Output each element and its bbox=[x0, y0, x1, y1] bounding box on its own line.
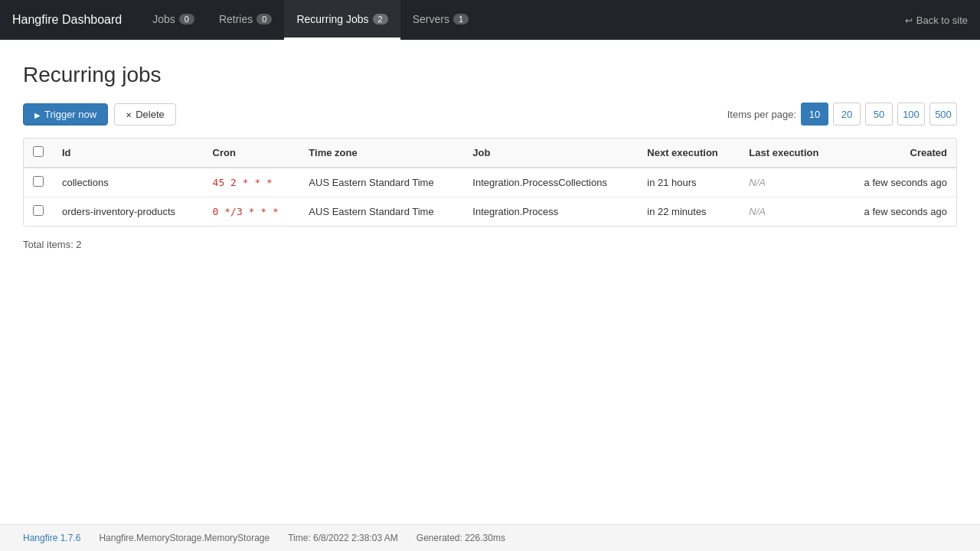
back-to-site-link[interactable]: Back to site bbox=[905, 15, 968, 26]
trigger-icon bbox=[34, 109, 41, 120]
page-size-20[interactable]: 20 bbox=[833, 103, 861, 126]
row1-checkbox[interactable] bbox=[33, 176, 44, 187]
toolbar-left: Trigger now Delete bbox=[23, 103, 176, 126]
jobs-table: Id Cron Time zone Job Next execution Las… bbox=[24, 139, 956, 226]
nav-label-servers: Servers bbox=[413, 13, 449, 25]
table-body: collections 45 2 * * * AUS Eastern Stand… bbox=[24, 168, 956, 226]
row2-id: orders-inventory-products bbox=[53, 197, 204, 227]
table-head: Id Cron Time zone Job Next execution Las… bbox=[24, 139, 956, 168]
jobs-table-container: Id Cron Time zone Job Next execution Las… bbox=[23, 138, 957, 227]
page-size-500[interactable]: 500 bbox=[929, 103, 957, 126]
page-size-10[interactable]: 10 bbox=[801, 103, 828, 126]
nav-label-jobs: Jobs bbox=[152, 13, 175, 25]
row1-last-execution-text: N/A bbox=[749, 177, 766, 188]
delete-icon bbox=[126, 109, 132, 120]
nav-item-jobs[interactable]: Jobs 0 bbox=[140, 0, 207, 40]
delete-label: Delete bbox=[136, 109, 165, 120]
row2-timezone: AUS Eastern Standard Time bbox=[299, 197, 463, 227]
row1-id: collections bbox=[53, 168, 204, 197]
table-row: collections 45 2 * * * AUS Eastern Stand… bbox=[24, 168, 956, 197]
navbar-brand[interactable]: Hangfire Dashboard bbox=[12, 13, 122, 27]
col-id: Id bbox=[53, 139, 204, 168]
col-timezone: Time zone bbox=[299, 139, 463, 168]
row1-cron-text: 45 2 * * * bbox=[213, 177, 273, 188]
table-header-row: Id Cron Time zone Job Next execution Las… bbox=[24, 139, 956, 168]
items-per-page-label: Items per page: bbox=[727, 109, 796, 120]
nav-label-recurring-jobs: Recurring Jobs bbox=[296, 13, 368, 25]
row2-last-execution: N/A bbox=[740, 197, 840, 227]
col-last-execution: Last execution bbox=[740, 139, 840, 168]
nav-badge-recurring-jobs: 2 bbox=[373, 14, 388, 24]
row2-created: a few seconds ago bbox=[841, 197, 956, 227]
col-cron: Cron bbox=[204, 139, 300, 168]
navbar: Hangfire Dashboard Jobs 0 Retries 0 Recu… bbox=[0, 0, 980, 40]
footer-generated: Generated: 226.30ms bbox=[416, 533, 505, 543]
main-content: Recurring jobs Trigger now Delete Items … bbox=[0, 40, 980, 524]
delete-button[interactable]: Delete bbox=[114, 103, 176, 126]
version-link[interactable]: Hangfire 1.7.6 bbox=[23, 533, 80, 543]
select-all-cell bbox=[24, 139, 53, 168]
trigger-now-label: Trigger now bbox=[44, 109, 96, 120]
table-row: orders-inventory-products 0 */3 * * * AU… bbox=[24, 197, 956, 227]
row1-job: Integration.ProcessCollections bbox=[463, 168, 638, 197]
back-icon bbox=[905, 15, 913, 26]
row2-cron-text: 0 */3 * * * bbox=[213, 206, 279, 217]
footer: Hangfire 1.7.6 Hangfire.MemoryStorage.Me… bbox=[0, 524, 980, 551]
row2-job: Integration.Process bbox=[463, 197, 638, 227]
toolbar: Trigger now Delete Items per page: 10 20… bbox=[23, 103, 957, 126]
col-next-execution: Next execution bbox=[638, 139, 740, 168]
back-to-site-label: Back to site bbox=[916, 15, 968, 26]
total-items: Total items: 2 bbox=[23, 239, 957, 250]
select-all-checkbox[interactable] bbox=[33, 146, 44, 157]
trigger-now-button[interactable]: Trigger now bbox=[23, 103, 108, 126]
row2-last-execution-text: N/A bbox=[749, 206, 766, 217]
nav-item-recurring-jobs[interactable]: Recurring Jobs 2 bbox=[284, 0, 400, 40]
page-size-50[interactable]: 50 bbox=[865, 103, 893, 126]
nav-badge-servers: 1 bbox=[453, 14, 469, 24]
row1-last-execution: N/A bbox=[740, 168, 840, 197]
nav-badge-retries: 0 bbox=[256, 14, 272, 24]
row2-select-cell bbox=[24, 197, 53, 227]
footer-time: Time: 6/8/2022 2:38:03 AM bbox=[288, 533, 398, 543]
footer-storage: Hangfire.MemoryStorage.MemoryStorage bbox=[99, 533, 270, 543]
nav-badge-jobs: 0 bbox=[179, 14, 194, 24]
nav-item-retries[interactable]: Retries 0 bbox=[207, 0, 284, 40]
nav-items: Jobs 0 Retries 0 Recurring Jobs 2 Server… bbox=[140, 0, 905, 40]
nav-label-retries: Retries bbox=[219, 13, 253, 25]
col-created: Created bbox=[841, 139, 956, 168]
col-job: Job bbox=[463, 139, 638, 168]
row1-next-execution: in 21 hours bbox=[638, 168, 740, 197]
row2-checkbox[interactable] bbox=[33, 205, 44, 216]
nav-item-servers[interactable]: Servers 1 bbox=[400, 0, 481, 40]
row1-select-cell bbox=[24, 168, 53, 197]
row2-cron: 0 */3 * * * bbox=[204, 197, 300, 227]
row2-next-execution: in 22 minutes bbox=[638, 197, 740, 227]
row1-created: a few seconds ago bbox=[841, 168, 956, 197]
page-size-100[interactable]: 100 bbox=[897, 103, 925, 126]
row1-cron: 45 2 * * * bbox=[204, 168, 300, 197]
page-title: Recurring jobs bbox=[23, 63, 957, 87]
items-per-page: Items per page: 10 20 50 100 500 bbox=[727, 103, 957, 126]
row1-timezone: AUS Eastern Standard Time bbox=[299, 168, 463, 197]
